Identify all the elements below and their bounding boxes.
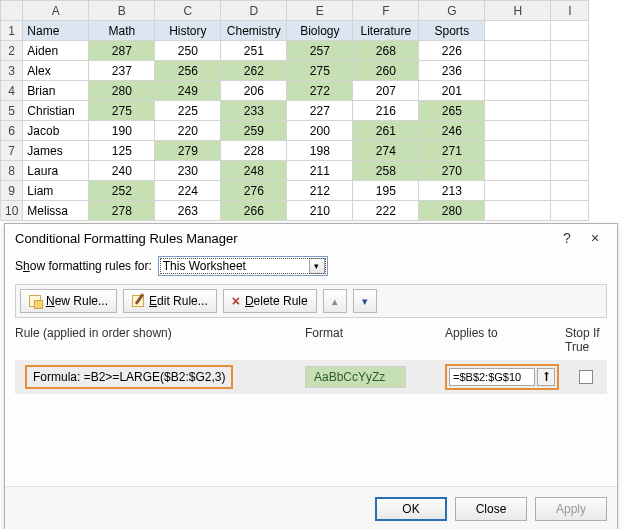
header-cell[interactable]: Sports bbox=[419, 21, 485, 41]
cell[interactable]: 233 bbox=[221, 101, 287, 121]
cell[interactable]: 280 bbox=[419, 201, 485, 221]
close-button[interactable]: × bbox=[581, 230, 609, 246]
cell[interactable]: 260 bbox=[353, 61, 419, 81]
cell[interactable]: 211 bbox=[287, 161, 353, 181]
cell[interactable]: 274 bbox=[353, 141, 419, 161]
move-up-button[interactable]: ▴ bbox=[323, 289, 347, 313]
cell[interactable]: 228 bbox=[221, 141, 287, 161]
delete-rule-button[interactable]: × Delete Rule bbox=[223, 289, 317, 313]
show-rules-for-select[interactable]: This Worksheet ▾ bbox=[158, 256, 328, 276]
header-cell[interactable]: Biology bbox=[287, 21, 353, 41]
cell[interactable] bbox=[551, 81, 589, 101]
row-7[interactable]: 7 bbox=[1, 141, 23, 161]
cell[interactable]: 280 bbox=[89, 81, 155, 101]
col-D[interactable]: D bbox=[221, 1, 287, 21]
cell[interactable] bbox=[485, 141, 551, 161]
col-I[interactable]: I bbox=[551, 1, 589, 21]
range-selector-icon[interactable]: 🠕 bbox=[537, 368, 555, 386]
apply-button[interactable]: Apply bbox=[535, 497, 607, 521]
cell[interactable]: 266 bbox=[221, 201, 287, 221]
cell[interactable]: 275 bbox=[287, 61, 353, 81]
cell[interactable]: 252 bbox=[89, 181, 155, 201]
help-button[interactable]: ? bbox=[553, 230, 581, 246]
cell[interactable]: 207 bbox=[353, 81, 419, 101]
cell[interactable]: 261 bbox=[353, 121, 419, 141]
col-C[interactable]: C bbox=[155, 1, 221, 21]
col-F[interactable]: F bbox=[353, 1, 419, 21]
header-cell[interactable]: History bbox=[155, 21, 221, 41]
col-H[interactable]: H bbox=[485, 1, 551, 21]
cell[interactable]: 206 bbox=[221, 81, 287, 101]
cell[interactable] bbox=[551, 141, 589, 161]
move-down-button[interactable]: ▾ bbox=[353, 289, 377, 313]
col-B[interactable]: B bbox=[89, 1, 155, 21]
cell[interactable]: Aiden bbox=[23, 41, 89, 61]
cell[interactable]: 278 bbox=[89, 201, 155, 221]
cell[interactable] bbox=[485, 41, 551, 61]
row-5[interactable]: 5 bbox=[1, 101, 23, 121]
cell[interactable]: 200 bbox=[287, 121, 353, 141]
cell[interactable]: 213 bbox=[419, 181, 485, 201]
cell[interactable]: 272 bbox=[287, 81, 353, 101]
cell[interactable] bbox=[485, 101, 551, 121]
row-8[interactable]: 8 bbox=[1, 161, 23, 181]
col-E[interactable]: E bbox=[287, 1, 353, 21]
new-rule-button[interactable]: New Rule... bbox=[20, 289, 117, 313]
cell[interactable]: 237 bbox=[89, 61, 155, 81]
cell[interactable]: 246 bbox=[419, 121, 485, 141]
cell[interactable] bbox=[551, 101, 589, 121]
header-cell[interactable]: Literature bbox=[353, 21, 419, 41]
ok-button[interactable]: OK bbox=[375, 497, 447, 521]
cell[interactable] bbox=[551, 61, 589, 81]
edit-rule-button[interactable]: Edit Rule... bbox=[123, 289, 217, 313]
cell[interactable] bbox=[551, 161, 589, 181]
cell[interactable]: Jacob bbox=[23, 121, 89, 141]
row-4[interactable]: 4 bbox=[1, 81, 23, 101]
cell[interactable]: 263 bbox=[155, 201, 221, 221]
cell[interactable]: 259 bbox=[221, 121, 287, 141]
cell[interactable]: Brian bbox=[23, 81, 89, 101]
cell[interactable]: 226 bbox=[419, 41, 485, 61]
cell[interactable]: 251 bbox=[221, 41, 287, 61]
cell[interactable]: 201 bbox=[419, 81, 485, 101]
col-G[interactable]: G bbox=[419, 1, 485, 21]
cell[interactable]: 212 bbox=[287, 181, 353, 201]
col-A[interactable]: A bbox=[23, 1, 89, 21]
cell[interactable]: 222 bbox=[353, 201, 419, 221]
cell[interactable]: 276 bbox=[221, 181, 287, 201]
cell[interactable]: 250 bbox=[155, 41, 221, 61]
cell[interactable]: 225 bbox=[155, 101, 221, 121]
cell[interactable] bbox=[551, 21, 589, 41]
cell[interactable]: 236 bbox=[419, 61, 485, 81]
cell[interactable]: 275 bbox=[89, 101, 155, 121]
row-3[interactable]: 3 bbox=[1, 61, 23, 81]
cell[interactable]: 257 bbox=[287, 41, 353, 61]
cell[interactable]: Melissa bbox=[23, 201, 89, 221]
row-1[interactable]: 1 bbox=[1, 21, 23, 41]
header-cell[interactable]: Name bbox=[23, 21, 89, 41]
row-2[interactable]: 2 bbox=[1, 41, 23, 61]
cell[interactable]: 262 bbox=[221, 61, 287, 81]
cell[interactable] bbox=[485, 201, 551, 221]
cell[interactable]: 279 bbox=[155, 141, 221, 161]
applies-to-input[interactable] bbox=[449, 368, 535, 386]
cell[interactable] bbox=[551, 41, 589, 61]
cell[interactable]: 210 bbox=[287, 201, 353, 221]
cell[interactable] bbox=[485, 81, 551, 101]
header-cell[interactable]: Math bbox=[89, 21, 155, 41]
row-6[interactable]: 6 bbox=[1, 121, 23, 141]
cell[interactable]: 249 bbox=[155, 81, 221, 101]
cell[interactable]: 240 bbox=[89, 161, 155, 181]
cell[interactable] bbox=[485, 181, 551, 201]
cell[interactable]: 265 bbox=[419, 101, 485, 121]
close-dialog-button[interactable]: Close bbox=[455, 497, 527, 521]
cell[interactable] bbox=[485, 21, 551, 41]
cell[interactable]: Laura bbox=[23, 161, 89, 181]
cell[interactable]: Alex bbox=[23, 61, 89, 81]
cell[interactable]: 227 bbox=[287, 101, 353, 121]
cell[interactable]: 256 bbox=[155, 61, 221, 81]
row-9[interactable]: 9 bbox=[1, 181, 23, 201]
cell[interactable] bbox=[551, 201, 589, 221]
stop-if-true-checkbox[interactable] bbox=[579, 370, 593, 384]
cell[interactable]: 230 bbox=[155, 161, 221, 181]
